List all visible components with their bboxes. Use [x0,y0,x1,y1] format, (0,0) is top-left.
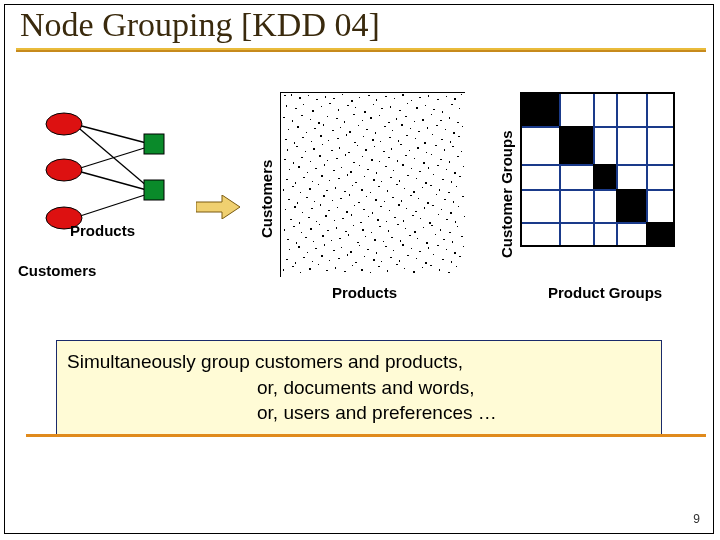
svg-rect-96 [462,126,463,127]
svg-rect-201 [459,176,461,177]
svg-rect-199 [442,179,444,180]
svg-rect-79 [314,128,316,129]
svg-rect-114 [432,134,433,135]
svg-rect-259 [415,211,417,212]
svg-rect-77 [297,126,299,128]
svg-rect-219 [430,185,432,186]
svg-rect-156 [431,154,432,155]
svg-rect-159 [457,156,459,157]
svg-rect-178 [446,169,447,170]
svg-rect-352 [312,261,313,262]
svg-rect-94 [445,129,446,130]
svg-rect-41 [347,105,349,106]
svg-rect-189 [355,182,357,183]
svg-rect-292 [336,227,337,229]
svg-point-5 [46,113,82,135]
svg-rect-335 [350,251,352,253]
svg-rect-170 [376,172,377,174]
svg-rect-15 [308,95,309,96]
svg-rect-53 [451,104,453,105]
svg-rect-92 [427,127,428,129]
svg-rect-90 [410,128,411,129]
svg-rect-302 [423,227,424,228]
svg-rect-76 [288,129,289,130]
svg-rect-342 [411,248,412,249]
svg-rect-30 [437,99,439,100]
grouped-matrix-ylabel: Customer Groups [498,130,515,258]
svg-rect-191 [373,179,375,181]
svg-rect-293 [345,231,347,232]
svg-rect-381 [378,266,380,267]
svg-rect-144 [327,160,328,161]
svg-rect-67 [388,122,390,123]
svg-rect-294 [353,225,354,226]
svg-rect-271 [342,218,344,219]
svg-rect-362 [399,260,400,262]
svg-rect-109 [389,137,391,138]
svg-rect-40 [338,109,339,111]
svg-rect-143 [319,155,321,157]
svg-rect-268 [316,221,317,222]
svg-rect-328 [289,249,290,250]
svg-rect-20 [351,100,353,102]
svg-rect-257 [398,204,400,206]
svg-rect-387 [430,265,432,266]
svg-rect-380 [370,272,371,273]
svg-rect-232 [366,196,367,197]
svg-rect-146 [345,154,346,156]
svg-rect-250 [337,207,338,208]
svg-rect-289 [310,228,312,230]
svg-rect-356 [347,254,348,256]
svg-rect-35 [295,108,297,109]
svg-rect-132 [409,150,410,151]
callout-line3: or, users and preferences … [67,400,651,426]
svg-rect-374 [318,264,319,265]
svg-rect-54 [459,108,460,109]
svg-rect-176 [428,167,429,169]
svg-rect-256 [389,210,390,211]
svg-rect-311 [322,235,324,237]
svg-rect-47 [399,110,401,111]
svg-rect-327 [461,236,463,237]
svg-rect-151 [388,157,390,158]
svg-rect-27 [411,100,412,101]
svg-rect-245 [294,206,296,208]
svg-rect-148 [362,156,363,157]
svg-rect-366 [433,254,434,255]
svg-marker-10 [196,195,240,219]
svg-rect-321 [409,235,411,236]
svg-rect-261 [432,205,434,206]
svg-rect-186 [329,180,330,181]
svg-rect-72 [431,114,432,115]
svg-rect-45 [381,108,383,109]
svg-rect-363 [407,255,409,256]
svg-rect-377 [344,271,346,272]
svg-point-6 [46,159,82,181]
svg-rect-263 [450,212,452,214]
svg-rect-127 [365,149,367,151]
svg-rect-277 [394,217,396,218]
svg-rect-273 [360,222,362,223]
slide-title: Node Grouping [KDD 04] [20,6,380,44]
svg-rect-349 [286,259,288,260]
svg-rect-272 [351,214,352,216]
svg-rect-310 [313,241,314,242]
svg-rect-298 [388,230,389,232]
svg-rect-276 [386,221,387,222]
svg-rect-33 [461,94,462,95]
svg-rect-326 [452,241,453,243]
svg-rect-162 [307,172,308,173]
svg-rect-165 [333,170,335,171]
svg-rect-375 [326,270,328,271]
svg-rect-87 [384,126,386,127]
svg-rect-63 [353,114,355,115]
svg-rect-297 [379,226,381,227]
svg-rect-382 [387,270,388,272]
svg-rect-210 [352,185,353,186]
svg-rect-13 [291,94,292,96]
svg-rect-388 [439,269,440,271]
svg-rect-167 [350,171,352,173]
svg-rect-198 [433,174,434,175]
svg-rect-51 [433,109,435,110]
svg-rect-93 [436,125,438,126]
